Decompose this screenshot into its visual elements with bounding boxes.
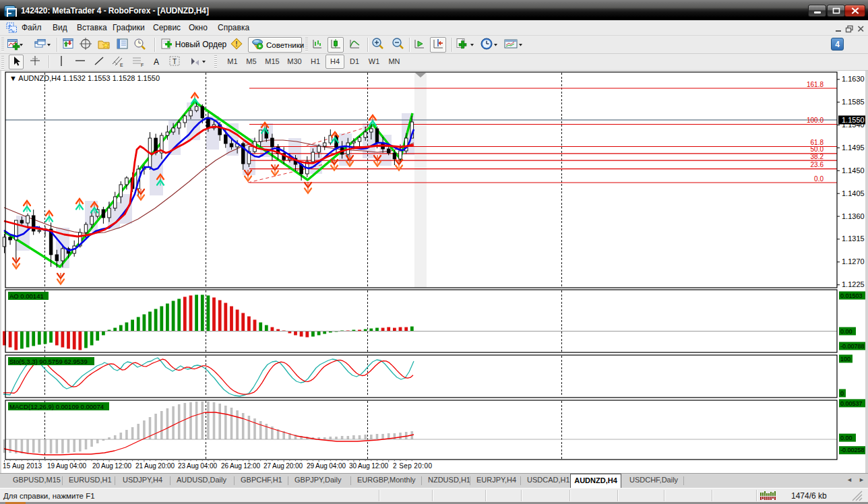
svg-text:100: 100 bbox=[840, 356, 850, 363]
svg-text:1.1360: 1.1360 bbox=[842, 212, 865, 220]
svg-text:0.00: 0.00 bbox=[840, 435, 852, 441]
svg-text:1.1270: 1.1270 bbox=[842, 257, 865, 265]
svg-text:!: ! bbox=[235, 40, 237, 48]
svg-text:29 Aug 04:00: 29 Aug 04:00 bbox=[307, 462, 346, 470]
svg-text:21 Aug 20:00: 21 Aug 20:00 bbox=[135, 462, 175, 470]
svg-text:1.1405: 1.1405 bbox=[842, 189, 865, 197]
svg-text:2 Sep 20:00: 2 Sep 20:00 bbox=[393, 462, 432, 470]
svg-text:61.8: 61.8 bbox=[811, 139, 824, 146]
svg-text:1.1630: 1.1630 bbox=[842, 75, 865, 83]
svg-text:0.00537: 0.00537 bbox=[840, 400, 863, 407]
svg-text:1.1585: 1.1585 bbox=[842, 98, 865, 106]
svg-text:-0.00258: -0.00258 bbox=[840, 447, 865, 453]
svg-text:38.2: 38.2 bbox=[811, 153, 824, 160]
svg-text:Sto(5,3,3) 90.5759 62.9539: Sto(5,3,3) 90.5759 62.9539 bbox=[9, 358, 88, 365]
svg-text:19 Aug 04:00: 19 Aug 04:00 bbox=[47, 462, 86, 470]
svg-text:-0.00788: -0.00788 bbox=[840, 343, 865, 350]
svg-text:0.0: 0.0 bbox=[814, 175, 824, 183]
svg-text:1.1225: 1.1225 bbox=[842, 280, 865, 288]
svg-text:1.1315: 1.1315 bbox=[842, 234, 865, 243]
svg-text:161.8: 161.8 bbox=[807, 81, 824, 88]
svg-text:100.0: 100.0 bbox=[807, 117, 824, 124]
svg-text:▼ AUDNZD,H4 1.1532 1.1553 1.1: ▼ AUDNZD,H4 1.1532 1.1553 1.1528 1.1550 bbox=[9, 74, 160, 82]
svg-text:F: F bbox=[141, 63, 144, 67]
svg-text:23 Aug 04:00: 23 Aug 04:00 bbox=[178, 462, 217, 470]
svg-text:1.1450: 1.1450 bbox=[842, 166, 865, 175]
svg-text:0: 0 bbox=[840, 390, 844, 397]
svg-text:0.01503: 0.01503 bbox=[840, 292, 863, 299]
svg-text:1.1550: 1.1550 bbox=[842, 116, 865, 124]
svg-text:E: E bbox=[120, 63, 123, 67]
svg-text:AO 0.00141: AO 0.00141 bbox=[9, 292, 44, 300]
svg-text:20 Aug 12:00: 20 Aug 12:00 bbox=[92, 462, 131, 470]
svg-text:27 Aug 20:00: 27 Aug 20:00 bbox=[264, 462, 303, 470]
svg-text:15 Aug 2013: 15 Aug 2013 bbox=[3, 462, 42, 470]
svg-text:30 Aug 12:00: 30 Aug 12:00 bbox=[349, 462, 388, 470]
svg-text:1.1495: 1.1495 bbox=[842, 144, 865, 152]
svg-text:26 Aug 12:00: 26 Aug 12:00 bbox=[221, 462, 260, 470]
svg-text:23.6: 23.6 bbox=[811, 161, 824, 168]
svg-text:MACD(12,26,9) 0.00109 0.00074: MACD(12,26,9) 0.00109 0.00074 bbox=[9, 403, 104, 410]
svg-text:0.00: 0.00 bbox=[840, 328, 852, 335]
svg-text:T: T bbox=[173, 58, 177, 65]
